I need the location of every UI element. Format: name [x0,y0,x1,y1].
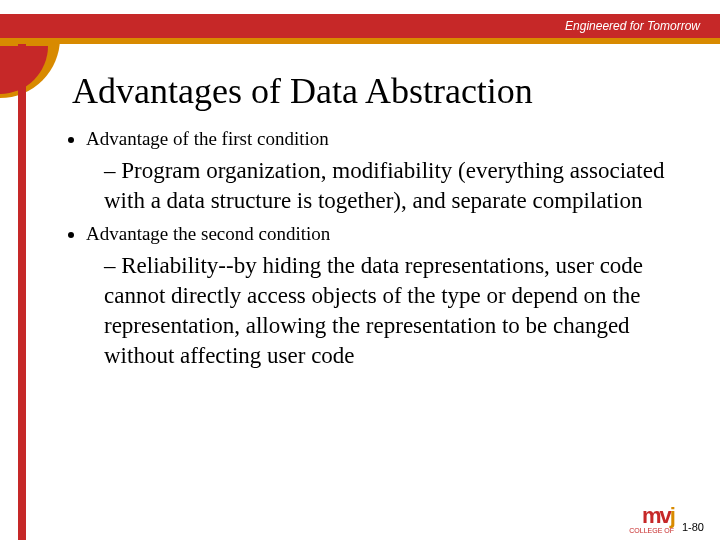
sub-list: Reliability--by hiding the data represen… [104,251,680,371]
page-number: 1-80 [680,520,706,534]
left-strip [18,44,26,540]
accent-bar [0,38,720,44]
slide-footer: mvj COLLEGE OF 1-80 [629,505,706,534]
slide-content: Advantages of Data Abstraction Advantage… [72,70,680,377]
bullet-text: Advantage of the first condition [86,128,329,149]
list-item: Advantage the second condition Reliabili… [86,221,680,370]
sub-list: Program organization, modifiability (eve… [104,156,680,216]
bullet-list: Advantage of the first condition Program… [86,126,680,371]
logo-text-top: COLLEGE OF [629,527,674,534]
top-banner: Engineered for Tomorrow [0,14,720,38]
sub-list-item: Reliability--by hiding the data represen… [104,251,680,371]
logo-mark: mvj [642,505,674,527]
bullet-text: Advantage the second condition [86,223,330,244]
corner-swoosh [0,38,60,98]
sub-list-item: Program organization, modifiability (eve… [104,156,680,216]
page-title: Advantages of Data Abstraction [72,70,680,112]
institution-logo: mvj COLLEGE OF [629,505,674,534]
list-item: Advantage of the first condition Program… [86,126,680,215]
tagline: Engineered for Tomorrow [565,19,700,33]
